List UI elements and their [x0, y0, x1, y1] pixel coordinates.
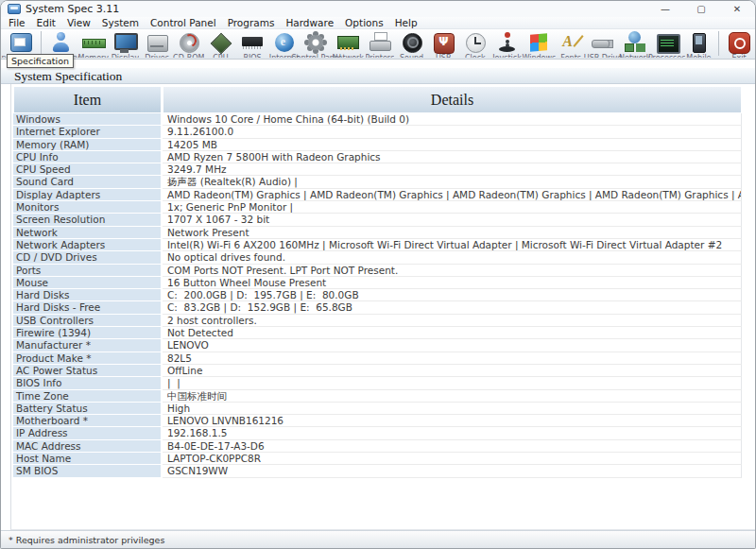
details-cell: | |: [163, 377, 742, 389]
toolbar-item-label: Drives: [145, 54, 169, 58]
item-cell: Motherboard *: [13, 415, 163, 427]
item-cell: CPU Info: [13, 151, 163, 163]
details-cell: 2 host controllers.: [163, 315, 742, 327]
table-row: Hard Disks C: 200.0GB | D: 195.7GB | E: …: [13, 289, 742, 301]
details-cell: LENOVO LNVNB161216: [163, 415, 742, 427]
toolbar-usb-button[interactable]: USB: [427, 29, 459, 58]
processes-icon: [655, 31, 679, 54]
details-cell: 14205 MB: [163, 139, 742, 151]
menu-system[interactable]: System: [96, 17, 145, 29]
toolbar-network-button[interactable]: Network: [619, 29, 651, 58]
item-cell: BIOS Info: [13, 377, 163, 389]
item-cell: Memory (RAM): [13, 139, 163, 151]
minimize-button[interactable]: —: [647, 1, 683, 17]
table-row: Motherboard * LENOVO LNVNB161216: [13, 415, 742, 427]
toolbar-usbstick-button[interactable]: USB Drive: [587, 29, 619, 58]
toolbar-memory-button[interactable]: Memory: [77, 29, 110, 58]
menu-control-panel[interactable]: Control Panel: [145, 17, 222, 29]
details-cell: COM Ports NOT Present. LPT Port NOT Pres…: [163, 265, 742, 277]
menu-edit[interactable]: Edit: [31, 17, 61, 29]
network-icon: [623, 31, 647, 54]
item-cell: AC Power Status: [13, 365, 163, 377]
toolbar-printer-button[interactable]: Printers: [364, 29, 396, 58]
user-icon: [49, 31, 74, 54]
details-cell: C: 200.0GB | D: 195.7GB | E: 80.0GB: [163, 289, 742, 301]
specification-icon: [9, 31, 33, 54]
toolbar-item-label: Printers: [366, 54, 395, 58]
menu-options[interactable]: Options: [339, 17, 389, 29]
windows-icon: [526, 31, 551, 54]
window-controls: — ▢ ✕: [647, 1, 755, 17]
details-cell: LENOVO: [163, 339, 742, 352]
table-row: Network Adapters Intel(R) Wi-Fi 6 AX200 …: [13, 239, 742, 251]
section-title: System Specification: [1, 67, 755, 84]
spec-table-body: Windows Windows 10 Core / Home China (64…: [13, 113, 742, 478]
item-cell: Internet Explorer: [13, 126, 163, 138]
toolbar-separator: [718, 31, 719, 56]
item-cell: Time Zone: [13, 390, 163, 403]
toolbar-fonts-button[interactable]: Fonts: [555, 29, 587, 58]
table-row: BIOS Info | |: [13, 377, 742, 389]
toolbar-sound-button[interactable]: Sound: [396, 29, 428, 58]
item-cell: Hard Disks - Free: [13, 301, 163, 314]
toolbar-drive-button[interactable]: Drives: [141, 29, 173, 58]
details-cell: 82L5: [163, 352, 742, 365]
item-cell: Network Adapters: [13, 239, 163, 251]
toolbar-cpu-button[interactable]: CPU: [205, 29, 237, 58]
details-cell: Windows 10 Core / Home China (64-bit) (B…: [163, 113, 742, 126]
item-cell: Sound Card: [13, 176, 163, 188]
menu-file[interactable]: File: [3, 17, 31, 29]
item-cell: MAC Address: [13, 440, 163, 453]
item-cell: CD / DVD Drives: [13, 251, 163, 264]
details-column-header[interactable]: Details: [163, 86, 742, 113]
menu-view[interactable]: View: [61, 17, 96, 29]
toolbar-clock-button[interactable]: Clock: [459, 29, 491, 58]
close-button[interactable]: ✕: [719, 1, 755, 17]
toolbar-display-button[interactable]: Display: [110, 29, 142, 58]
item-cell: Host Name: [13, 453, 163, 465]
printer-icon: [368, 31, 392, 54]
menu-hardware[interactable]: Hardware: [280, 17, 339, 29]
table-row: Firewire (1394) Not Detected: [13, 327, 742, 339]
table-row: Display Adapters AMD Radeon(TM) Graphics…: [13, 189, 742, 201]
item-column-header[interactable]: Item: [13, 86, 163, 113]
toolbar-exit-button[interactable]: Exit: [723, 29, 755, 58]
usb-icon: [431, 31, 455, 54]
details-cell: 192.168.1.5: [163, 427, 742, 439]
details-cell: AMD Radeon(TM) Graphics | AMD Radeon(TM)…: [163, 189, 742, 201]
toolbar-internet-button[interactable]: Internet: [268, 29, 301, 58]
dimm-icon: [240, 31, 265, 54]
table-row: Manufacturer * LENOVO: [13, 339, 742, 352]
statusbar: * Requires administrator privileges: [1, 530, 755, 548]
cdrom-icon: [177, 31, 201, 54]
item-cell: Display Adapters: [13, 189, 163, 201]
toolbar-gear-button[interactable]: Control Panel: [300, 29, 332, 58]
table-row: SM BIOS GSCN19WW: [13, 465, 742, 477]
table-row: Monitors 1x; Generic PnP Monitor |: [13, 201, 742, 214]
toolbar-cdrom-button[interactable]: CD-ROM: [173, 29, 205, 58]
item-cell: Ports: [13, 265, 163, 277]
titlebar[interactable]: System Spec 3.11 — ▢ ✕: [1, 1, 755, 17]
toolbar-joystick-button[interactable]: Joystick: [491, 29, 524, 58]
table-row: Ports COM Ports NOT Present. LPT Port NO…: [13, 265, 742, 277]
details-cell: OffLine: [163, 365, 742, 377]
toolbar-dimm-button[interactable]: BIOS: [236, 29, 268, 58]
toolbar-item-label: Clock: [465, 54, 486, 58]
item-cell: Firewire (1394): [13, 327, 163, 339]
toolbar: Specification Summary Memory Display Dri…: [1, 29, 755, 60]
toolbar-windows-button[interactable]: Windows: [523, 29, 555, 58]
table-row: Memory (RAM) 14205 MB: [13, 139, 742, 151]
menu-programs[interactable]: Programs: [222, 17, 281, 29]
internet-icon: [272, 31, 297, 54]
toolbar-mobile-button[interactable]: Mobile: [683, 29, 715, 58]
cpu-icon: [208, 31, 232, 54]
toolbar-item-label: Network: [333, 54, 364, 58]
table-row: Time Zone 中国标准时间: [13, 390, 742, 403]
toolbar-processes-button[interactable]: Processes: [651, 29, 683, 58]
item-cell: Hard Disks: [13, 289, 163, 301]
details-cell: Intel(R) Wi-Fi 6 AX200 160MHz | Microsof…: [163, 239, 742, 251]
menu-help[interactable]: Help: [389, 17, 423, 29]
maximize-button[interactable]: ▢: [683, 1, 719, 17]
item-cell: SM BIOS: [13, 465, 163, 477]
toolbar-netcard-button[interactable]: Network: [332, 29, 364, 58]
